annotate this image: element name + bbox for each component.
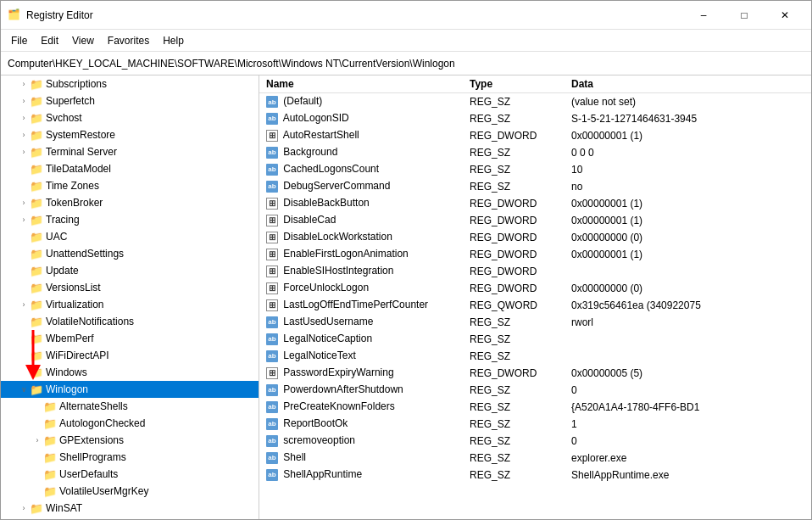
folder-icon-superfetch: 📁 [30,95,43,108]
cell-data-12: 0x319c56461ea (340922075 [565,297,811,314]
cell-data-2: 0x00000001 (1) [565,127,811,144]
table-row[interactable]: ⊞ EnableFirstLogonAnimationREG_DWORD0x00… [259,246,811,263]
table-row[interactable]: ab CachedLogonsCountREG_SZ10 [259,161,811,178]
minimize-button[interactable]: – [684,4,723,26]
table-row[interactable]: ab AutoLogonSIDREG_SZS-1-5-21-1271464631… [259,110,811,127]
tree-item-update[interactable]: 📁Update [1,262,259,279]
menu-edit[interactable]: Edit [34,33,65,48]
tree-item-systemrestore[interactable]: ›📁SystemRestore [1,126,259,143]
folder-icon-subscriptions: 📁 [30,78,43,91]
cell-type-6: REG_DWORD [463,195,565,212]
table-row[interactable]: ab scremoveoptionREG_SZ0 [259,433,811,450]
expand-icon-svchost[interactable]: › [18,114,30,122]
tree-item-timezones[interactable]: 📁Time Zones [1,177,259,194]
tree-item-superfetch[interactable]: ›📁Superfetch [1,92,259,109]
tree-item-versionslist[interactable]: 📁VersionsList [1,279,259,296]
table-row[interactable]: ab PowerdownAfterShutdownREG_SZ0 [259,382,811,399]
expand-icon-winsat[interactable]: › [18,504,30,512]
table-row[interactable]: ab LastUsedUsernameREG_SZrworl [259,314,811,331]
table-row[interactable]: ⊞ DisableLockWorkstationREG_DWORD0x00000… [259,229,811,246]
tree-item-uac[interactable]: 📁UAC [1,228,259,245]
table-row[interactable]: ⊞ DisableCadREG_DWORD0x00000001 (1) [259,212,811,229]
title-bar: 🗂️ Registry Editor – □ ✕ [1,1,811,30]
cell-name-19: ab ReportBootOk [259,416,463,433]
col-header-type: Type [463,75,565,93]
table-row[interactable]: ⊞ ForceUnlockLogonREG_DWORD0x00000000 (0… [259,280,811,297]
cell-type-17: REG_SZ [463,382,565,399]
expand-icon-superfetch[interactable]: › [18,97,30,105]
cell-type-13: REG_SZ [463,314,565,331]
cell-name-3: ab Background [259,144,463,161]
content-area: ›📁Subscriptions›📁Superfetch›📁Svchost›📁Sy… [1,75,811,519]
menu-file[interactable]: File [4,33,34,48]
expand-icon-tracing[interactable]: › [18,215,30,224]
dword-icon: ⊞ [266,367,278,379]
expand-icon-terminalserver[interactable]: › [18,148,30,156]
tree-item-tiledatamodel[interactable]: 📁TileDataModel [1,160,259,177]
close-button[interactable]: ✕ [765,4,804,26]
tree-item-alternateshells[interactable]: 📁AlternateShells [1,398,259,415]
cell-data-6: 0x00000001 (1) [565,195,811,212]
dword-icon: ⊞ [266,130,278,142]
address-path: Computer\HKEY_LOCAL_MACHINE\SOFTWARE\Mic… [8,58,455,70]
table-row[interactable]: ab LegalNoticeCaptionREG_SZ [259,331,811,348]
tree-item-userdefaults[interactable]: 📁UserDefaults [1,466,259,483]
address-bar: Computer\HKEY_LOCAL_MACHINE\SOFTWARE\Mic… [1,52,811,75]
table-row[interactable]: ab (Default)REG_SZ(value not set) [259,93,811,110]
tree-item-subscriptions[interactable]: ›📁Subscriptions [1,75,259,92]
ab-icon: ab [266,164,278,176]
tree-item-gpextensions[interactable]: ›📁GPExtensions [1,432,259,449]
ab-icon: ab [266,113,278,125]
tree-item-unattendsettings[interactable]: 📁UnattendSettings [1,245,259,262]
table-row[interactable]: ab BackgroundREG_SZ0 0 0 [259,144,811,161]
cell-data-20: 0 [565,433,811,450]
cell-data-17: 0 [565,382,811,399]
expand-icon-virtualization[interactable]: › [18,300,30,309]
tree-item-terminalserver[interactable]: ›📁Terminal Server [1,143,259,160]
window-controls: – □ ✕ [684,4,804,26]
expand-icon-tokenbroker[interactable]: › [18,198,30,207]
cell-data-8: 0x00000000 (0) [565,229,811,246]
tree-item-winsat[interactable]: ›📁WinSAT [1,500,259,517]
cell-data-1: S-1-5-21-1271464631-3945 [565,110,811,127]
table-row[interactable]: ab DebugServerCommandREG_SZno [259,178,811,195]
cell-type-1: REG_SZ [463,110,565,127]
table-row[interactable]: ab ShellREG_SZexplorer.exe [259,450,811,467]
tree-pane[interactable]: ›📁Subscriptions›📁Superfetch›📁Svchost›📁Sy… [1,75,259,519]
cell-type-3: REG_SZ [463,144,565,161]
cell-type-18: REG_SZ [463,399,565,416]
cell-type-0: REG_SZ [463,93,565,110]
table-row[interactable]: ⊞ AutoRestartShellREG_DWORD0x00000001 (1… [259,127,811,144]
menu-help[interactable]: Help [156,33,191,48]
tree-item-volatileusermgrkey[interactable]: 📁VolatileUserMgrKey [1,483,259,500]
ab-icon: ab [266,316,278,328]
cell-type-4: REG_SZ [463,161,565,178]
tree-item-tokenbroker[interactable]: ›📁TokenBroker [1,194,259,211]
table-row[interactable]: ⊞ DisableBackButtonREG_DWORD0x00000001 (… [259,195,811,212]
table-row[interactable]: ab LegalNoticeTextREG_SZ [259,348,811,365]
tree-item-svchost[interactable]: ›📁Svchost [1,109,259,126]
menu-favorites[interactable]: Favorites [101,33,156,48]
tree-item-autologonchecked[interactable]: 📁AutologonChecked [1,415,259,432]
ab-icon: ab [266,469,278,481]
table-row[interactable]: ⊞ LastLogOffEndTimePerfCounterREG_QWORD0… [259,297,811,314]
table-row[interactable]: ⊞ EnableSIHostIntegrationREG_DWORD [259,263,811,280]
table-row[interactable]: ⊞ PasswordExpiryWarningREG_DWORD0x000000… [259,365,811,382]
maximize-button[interactable]: □ [725,4,764,26]
tree-label-versionslist: VersionsList [46,282,101,294]
table-row[interactable]: ab ShellAppRuntimeREG_SZShellAppRuntime.… [259,467,811,484]
cell-data-10 [565,263,811,280]
cell-name-12: ⊞ LastLogOffEndTimePerfCounter [259,297,463,314]
table-row[interactable]: ab PreCreateKnownFoldersREG_SZ{A520A1A4-… [259,399,811,416]
tree-item-shellprograms[interactable]: 📁ShellPrograms [1,449,259,466]
tree-item-virtualization[interactable]: ›📁Virtualization [1,296,259,313]
expand-icon-subscriptions[interactable]: › [18,80,30,88]
tree-item-tracing[interactable]: ›📁Tracing [1,211,259,228]
col-header-name: Name [259,75,463,93]
table-row[interactable]: ab ReportBootOkREG_SZ1 [259,416,811,433]
menu-view[interactable]: View [65,33,101,48]
tree-label-unattendsettings: UnattendSettings [46,248,124,260]
expand-icon-gpextensions[interactable]: › [31,436,43,445]
expand-icon-systemrestore[interactable]: › [18,131,30,139]
cell-type-8: REG_DWORD [463,229,565,246]
